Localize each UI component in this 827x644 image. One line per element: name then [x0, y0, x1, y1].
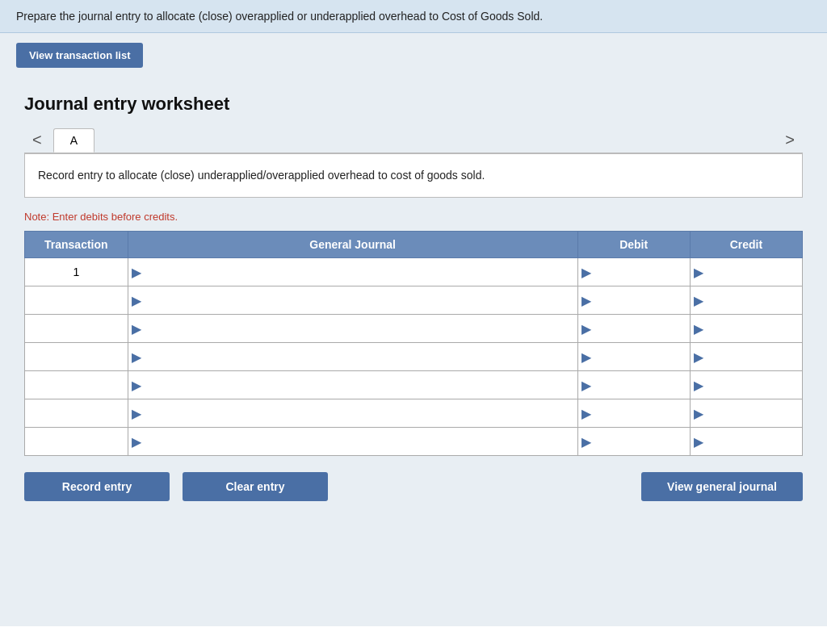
cell-general-journal[interactable]: ▶	[128, 286, 577, 315]
cell-credit[interactable]: ▶	[690, 371, 802, 399]
table-row: ▶▶▶	[25, 286, 803, 315]
cell-general-journal[interactable]: ▶	[128, 315, 577, 343]
next-tab-arrow[interactable]: >	[777, 128, 803, 153]
debit-input[interactable]	[594, 258, 690, 286]
cell-arrow-debit: ▶	[578, 378, 594, 393]
cell-arrow-debit: ▶	[578, 406, 594, 421]
credit-input[interactable]	[707, 343, 802, 370]
credit-input[interactable]	[707, 315, 802, 342]
bottom-actions: Record entry Clear entry View general jo…	[24, 472, 803, 501]
instruction-bar: Prepare the journal entry to allocate (c…	[0, 0, 827, 33]
debit-input[interactable]	[594, 428, 690, 455]
cell-arrow-general: ▶	[128, 349, 145, 365]
clear-entry-button[interactable]: Clear entry	[183, 472, 328, 501]
debit-input[interactable]	[594, 315, 690, 342]
cell-credit[interactable]: ▶	[690, 315, 802, 343]
cell-arrow-general: ▶	[128, 406, 145, 421]
cell-arrow-credit: ▶	[691, 349, 707, 365]
cell-arrow-general: ▶	[128, 434, 145, 450]
credit-input[interactable]	[707, 258, 802, 286]
debit-input[interactable]	[594, 371, 690, 399]
tab-row: < A >	[24, 128, 803, 153]
cell-arrow-credit: ▶	[691, 293, 707, 308]
worksheet-title: Journal entry worksheet	[24, 94, 803, 115]
debit-input[interactable]	[594, 286, 690, 314]
col-header-debit: Debit	[577, 232, 690, 258]
cell-debit[interactable]: ▶	[577, 258, 690, 286]
cell-credit[interactable]: ▶	[690, 428, 802, 456]
col-header-transaction: Transaction	[25, 232, 128, 258]
cell-general-journal[interactable]: ▶	[128, 371, 577, 399]
cell-general-journal[interactable]: ▶	[128, 399, 577, 428]
cell-transaction	[25, 343, 128, 371]
worksheet-container: Journal entry worksheet < A > Record ent…	[0, 77, 827, 626]
tab-content-area: Record entry to allocate (close) underap…	[24, 153, 803, 198]
general-journal-input[interactable]	[145, 343, 577, 370]
cell-general-journal[interactable]: ▶	[128, 258, 577, 286]
cell-arrow-credit: ▶	[691, 378, 707, 393]
cell-debit[interactable]: ▶	[577, 343, 690, 371]
general-journal-input[interactable]	[145, 258, 577, 286]
entry-description: Record entry to allocate (close) underap…	[38, 167, 789, 184]
credit-input[interactable]	[707, 428, 802, 455]
top-action-bar: View transaction list	[0, 33, 827, 77]
cell-transaction	[25, 286, 128, 315]
record-entry-button[interactable]: Record entry	[24, 472, 170, 501]
cell-transaction	[25, 399, 128, 428]
cell-arrow-general: ▶	[128, 265, 145, 280]
cell-debit[interactable]: ▶	[577, 428, 690, 456]
cell-arrow-general: ▶	[128, 293, 145, 308]
cell-general-journal[interactable]: ▶	[128, 343, 577, 371]
general-journal-input[interactable]	[145, 286, 577, 314]
general-journal-input[interactable]	[145, 428, 577, 455]
table-row: 1▶▶▶	[25, 258, 803, 286]
cell-credit[interactable]: ▶	[690, 343, 802, 371]
cell-arrow-debit: ▶	[578, 321, 594, 337]
cell-arrow-debit: ▶	[578, 293, 594, 308]
col-header-credit: Credit	[690, 232, 802, 258]
tab-a[interactable]: A	[53, 128, 94, 153]
cell-arrow-credit: ▶	[691, 406, 707, 421]
general-journal-input[interactable]	[145, 399, 577, 427]
general-journal-input[interactable]	[145, 371, 577, 399]
view-transaction-button[interactable]: View transaction list	[16, 43, 143, 68]
cell-arrow-credit: ▶	[691, 434, 707, 450]
note-text: Note: Enter debits before credits.	[24, 211, 803, 223]
cell-debit[interactable]: ▶	[577, 315, 690, 343]
general-journal-input[interactable]	[145, 315, 577, 342]
cell-general-journal[interactable]: ▶	[128, 428, 577, 456]
cell-debit[interactable]: ▶	[577, 286, 690, 315]
cell-debit[interactable]: ▶	[577, 399, 690, 428]
view-general-journal-button[interactable]: View general journal	[641, 472, 803, 501]
table-row: ▶▶▶	[25, 399, 803, 428]
debit-input[interactable]	[594, 343, 690, 370]
cell-credit[interactable]: ▶	[690, 286, 802, 315]
table-row: ▶▶▶	[25, 315, 803, 343]
cell-arrow-general: ▶	[128, 321, 145, 337]
prev-tab-arrow[interactable]: <	[24, 128, 50, 153]
cell-credit[interactable]: ▶	[690, 399, 802, 428]
cell-arrow-general: ▶	[128, 378, 145, 393]
table-row: ▶▶▶	[25, 371, 803, 399]
cell-debit[interactable]: ▶	[577, 371, 690, 399]
cell-arrow-debit: ▶	[578, 434, 594, 450]
credit-input[interactable]	[707, 371, 802, 399]
instruction-text: Prepare the journal entry to allocate (c…	[16, 10, 543, 23]
cell-transaction	[25, 371, 128, 399]
credit-input[interactable]	[707, 399, 802, 427]
cell-credit[interactable]: ▶	[690, 258, 802, 286]
journal-table: Transaction General Journal Debit Credit…	[24, 231, 803, 456]
cell-arrow-credit: ▶	[691, 321, 707, 337]
cell-arrow-debit: ▶	[578, 265, 594, 280]
debit-input[interactable]	[594, 399, 690, 427]
cell-transaction	[25, 428, 128, 456]
cell-arrow-credit: ▶	[691, 265, 707, 280]
cell-transaction	[25, 315, 128, 343]
table-row: ▶▶▶	[25, 428, 803, 456]
table-row: ▶▶▶	[25, 343, 803, 371]
credit-input[interactable]	[707, 286, 802, 314]
cell-arrow-debit: ▶	[578, 349, 594, 365]
cell-transaction: 1	[25, 258, 128, 286]
col-header-general: General Journal	[128, 232, 577, 258]
